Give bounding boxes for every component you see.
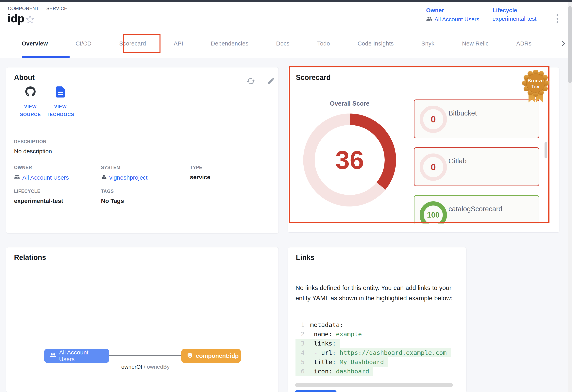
badge-line2: Tier — [531, 84, 540, 89]
lifecycle-value: experimental-test — [493, 16, 536, 22]
lifecycle-label: Lifecycle — [493, 7, 536, 14]
techdocs-icon — [42, 86, 79, 99]
owner-label: Owner — [426, 7, 479, 14]
tab-bar: OverviewCI/CDScorecardAPIDependenciesDoc… — [22, 29, 539, 58]
code-line-5: 5 title: My Dashboard — [296, 357, 459, 367]
relation-edge-line — [109, 355, 181, 356]
code-horizontal-scrollbar[interactable] — [295, 383, 453, 387]
about-card: About VIEWSOURCE VIEWTECHDOCS DES — [6, 67, 279, 233]
tab-ci-cd[interactable]: CI/CD — [76, 40, 92, 47]
people-icon — [50, 352, 56, 360]
lifecycle-meta: Lifecycle experimental-test — [493, 7, 536, 22]
field-description: DESCRIPTION No description — [14, 139, 184, 155]
tab-todo[interactable]: Todo — [317, 40, 330, 47]
badge-line1: Bronze — [527, 78, 543, 83]
relations-card-title: Relations — [14, 253, 46, 262]
view-techdocs-link[interactable]: VIEWTECHDOCS — [42, 86, 79, 118]
tab-overview[interactable]: Overview — [22, 40, 48, 47]
links-card-title: Links — [296, 253, 315, 262]
owner-value: All Account Users — [434, 16, 479, 23]
links-card: Links No links defined for this entity. … — [288, 247, 466, 392]
field-type: TYPE service — [190, 165, 210, 180]
tab-adrs[interactable]: ADRs — [516, 40, 531, 47]
page-scrollbar-thumb[interactable] — [568, 6, 572, 83]
entity-header: COMPONENT — SERVICE idp Owner All Accoun… — [0, 2, 568, 29]
code-line-6: 6 icon: dashboard — [296, 367, 459, 376]
refresh-icon[interactable] — [246, 77, 256, 86]
field-lifecycle: LIFECYCLE experimental-test — [14, 189, 63, 204]
owner-link[interactable]: All Account Users — [426, 16, 479, 23]
code-line-1: 1metadata: — [296, 320, 459, 329]
field-system: SYSTEM vigneshproject — [101, 165, 147, 181]
bronze-tier-badge: Bronze Tier — [522, 70, 549, 104]
system-entity-link[interactable]: vigneshproject — [101, 174, 147, 181]
more-options-kebab-icon[interactable] — [554, 12, 561, 26]
tab-docs[interactable]: Docs — [276, 40, 289, 47]
edit-pencil-icon[interactable] — [267, 77, 276, 86]
tab-bar-container: OverviewCI/CDScorecardAPIDependenciesDoc… — [0, 29, 568, 58]
owner-entity-link[interactable]: All Account Users — [14, 174, 69, 181]
relation-edge-label: ownerOf / ownedBy — [97, 364, 194, 370]
yaml-code-block: 1metadata:2 name: example3 links:4 - url… — [296, 320, 459, 376]
relations-card: Relations All Account Users component:id… — [6, 247, 279, 392]
page-scrollbar-track[interactable] — [568, 2, 572, 392]
people-icon — [426, 16, 432, 23]
about-card-title: About — [14, 73, 35, 82]
browser-top-bar — [0, 0, 572, 2]
field-owner: OWNER All Account Users — [14, 165, 69, 181]
links-empty-text: No links defined for this entity. You ca… — [296, 283, 455, 303]
tab-snyk[interactable]: Snyk — [421, 40, 434, 47]
tab-dependencies[interactable]: Dependencies — [211, 40, 248, 47]
chip-icon — [187, 352, 193, 360]
tabs-scroll-right-chevron-icon[interactable] — [559, 40, 567, 48]
annotation-box-scorecard-card — [289, 66, 549, 223]
links-action-button[interactable] — [295, 390, 337, 392]
breadcrumb: COMPONENT — SERVICE — [8, 6, 67, 11]
owner-meta: Owner All Account Users — [426, 7, 479, 23]
code-line-3: 3 links: — [296, 339, 459, 348]
page-title: idp — [8, 12, 24, 25]
relation-node-component-idp[interactable]: component:idp — [181, 349, 241, 363]
category-icon — [101, 174, 107, 181]
code-line-4: 4 - url: https://dashboard.example.com — [296, 348, 459, 357]
tab-code-insights[interactable]: Code Insights — [358, 40, 394, 47]
relation-node-all-account-users[interactable]: All Account Users — [44, 349, 109, 363]
tab-api[interactable]: API — [174, 40, 183, 47]
field-tags: TAGS No Tags — [101, 189, 124, 204]
code-line-2: 2 name: example — [296, 329, 459, 339]
people-icon — [14, 174, 20, 181]
favorite-star-icon[interactable] — [25, 15, 35, 24]
active-tab-underline — [22, 56, 70, 58]
annotation-box-scorecard-tab — [123, 34, 160, 53]
tab-new-relic[interactable]: New Relic — [462, 40, 489, 47]
